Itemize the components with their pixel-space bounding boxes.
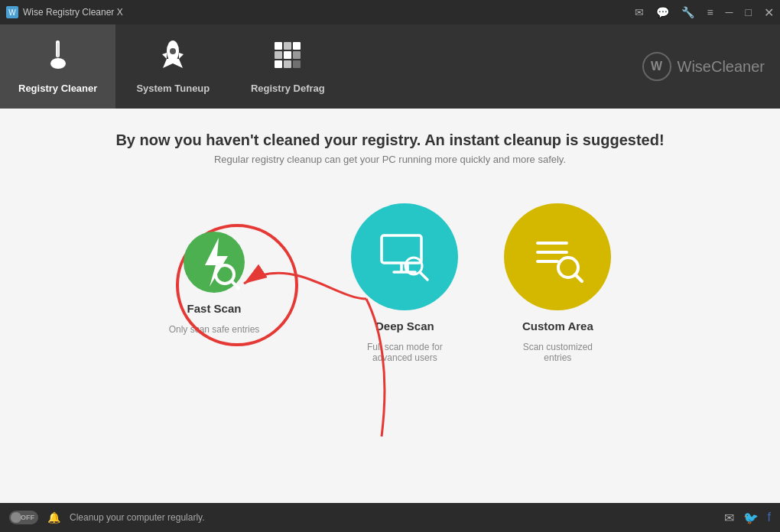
deep-scan-option[interactable]: Deep Scan Full scan mode for advanced us… bbox=[351, 203, 458, 363]
close-button[interactable]: ✕ bbox=[764, 5, 774, 20]
title-bar-controls: ✉ 💬 🔧 ≡ ─ □ ✕ bbox=[635, 5, 774, 20]
list-icon[interactable]: ≡ bbox=[707, 6, 713, 18]
svg-rect-17 bbox=[293, 60, 301, 68]
scan-options: Fast Scan Only scan safe entries bbox=[169, 203, 612, 363]
nav-label-registry-defrag: Registry Defrag bbox=[251, 83, 325, 94]
nav-item-registry-cleaner[interactable]: Registry Cleaner bbox=[0, 24, 115, 109]
svg-rect-10 bbox=[284, 42, 291, 50]
fast-scan-wrapper bbox=[184, 232, 245, 293]
toggle-knob bbox=[11, 512, 21, 523]
nav-item-system-tuneup[interactable]: System Tuneup bbox=[115, 24, 230, 109]
nav-label-registry-cleaner: Registry Cleaner bbox=[18, 83, 97, 94]
custom-area-desc: Scan customized entries bbox=[508, 342, 607, 363]
deep-scan-circle[interactable] bbox=[351, 203, 458, 310]
nav-item-registry-defrag[interactable]: Registry Defrag bbox=[230, 24, 345, 109]
toggle-switch[interactable]: OFF bbox=[9, 511, 38, 524]
twitter-icon[interactable]: 🐦 bbox=[743, 511, 759, 525]
deep-scan-title: Deep Scan bbox=[375, 320, 434, 332]
custom-area-title: Custom Area bbox=[522, 320, 593, 332]
svg-line-20 bbox=[232, 281, 239, 288]
svg-rect-3 bbox=[57, 43, 59, 58]
status-bar: OFF 🔔 Cleanup your computer regularly. ✉… bbox=[0, 503, 780, 532]
subheadline: Regular registry cleanup can get your PC… bbox=[214, 154, 566, 165]
app-icon: W bbox=[6, 6, 18, 18]
main-content: By now you haven't cleaned your registry… bbox=[0, 109, 780, 503]
brand-logo: W WiseCleaner bbox=[642, 52, 765, 81]
app-title: Wise Registry Cleaner X bbox=[23, 7, 123, 18]
email-icon[interactable]: ✉ bbox=[635, 6, 644, 18]
svg-line-32 bbox=[575, 274, 582, 281]
defrag-icon bbox=[271, 39, 304, 78]
title-bar-left: W Wise Registry Cleaner X bbox=[6, 6, 123, 18]
fast-scan-desc: Only scan safe entries bbox=[169, 324, 260, 335]
toggle-off[interactable]: OFF bbox=[9, 511, 38, 524]
chat-icon[interactable]: 💬 bbox=[656, 6, 669, 18]
broom-icon bbox=[42, 39, 74, 78]
brand-initial: W bbox=[651, 60, 662, 73]
svg-rect-13 bbox=[284, 51, 291, 59]
svg-marker-5 bbox=[163, 59, 183, 68]
minimize-button[interactable]: ─ bbox=[726, 6, 733, 18]
svg-point-6 bbox=[170, 48, 176, 54]
svg-rect-2 bbox=[53, 60, 63, 68]
mail-icon[interactable]: ✉ bbox=[724, 511, 734, 525]
svg-marker-8 bbox=[179, 53, 184, 59]
status-bar-right: ✉ 🐦 f bbox=[724, 511, 771, 525]
facebook-icon[interactable]: f bbox=[768, 511, 771, 525]
svg-rect-15 bbox=[275, 60, 282, 68]
svg-rect-11 bbox=[293, 42, 301, 50]
rocket-icon bbox=[157, 39, 189, 78]
deep-scan-desc: Full scan mode for advanced users bbox=[355, 342, 454, 363]
bell-icon: 🔔 bbox=[47, 511, 60, 524]
svg-marker-7 bbox=[162, 53, 167, 59]
toolbar: Registry Cleaner System Tuneup bbox=[0, 24, 780, 109]
custom-area-option[interactable]: Custom Area Scan customized entries bbox=[504, 203, 611, 363]
brand-name: WiseCleaner bbox=[678, 58, 765, 76]
fast-scan-option[interactable]: Fast Scan Only scan safe entries bbox=[169, 232, 260, 335]
svg-rect-9 bbox=[275, 42, 282, 50]
svg-line-27 bbox=[420, 272, 427, 280]
custom-area-circle[interactable] bbox=[504, 203, 611, 310]
svg-rect-16 bbox=[284, 60, 291, 68]
title-bar: W Wise Registry Cleaner X ✉ 💬 🔧 ≡ ─ □ ✕ bbox=[0, 0, 780, 24]
nav-label-system-tuneup: System Tuneup bbox=[136, 83, 210, 94]
fast-scan-title: Fast Scan bbox=[187, 302, 242, 315]
toggle-label: OFF bbox=[21, 514, 34, 521]
svg-rect-12 bbox=[275, 51, 282, 59]
svg-rect-14 bbox=[293, 51, 301, 59]
brand-logo-circle: W bbox=[642, 52, 671, 81]
fast-scan-circle[interactable] bbox=[184, 232, 245, 293]
headline: By now you haven't cleaned your registry… bbox=[115, 131, 664, 149]
maximize-button[interactable]: □ bbox=[746, 6, 752, 18]
settings-icon[interactable]: 🔧 bbox=[681, 6, 694, 18]
status-text: Cleanup your computer regularly. bbox=[70, 512, 715, 523]
